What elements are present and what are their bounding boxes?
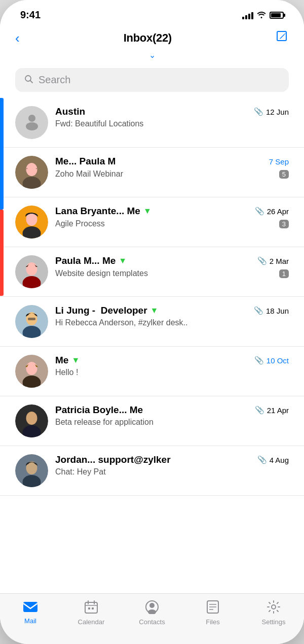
files-icon (206, 600, 219, 616)
email-sender: Patricia Boyle... Me (55, 404, 143, 416)
search-container: Search (0, 64, 304, 98)
email-content: Me ▼ 📎 10 Oct Hello ! (55, 355, 289, 377)
search-icon (24, 75, 33, 86)
email-meta: 📎 26 Apr (255, 207, 289, 216)
email-content: Paula M... Me ▼ 📎 2 Mar Website design t… (55, 255, 289, 278)
email-item[interactable]: Li Jung - Developer ▼ 📎 18 Jun Hi Rebecc… (0, 297, 304, 347)
email-date: 10 Oct (267, 356, 289, 365)
email-sender: Paula M... Me ▼ (55, 255, 127, 266)
svg-rect-35 (85, 602, 97, 613)
email-item[interactable]: Jordan... support@zylker 📎 4 Aug Chat: H… (0, 446, 304, 496)
attachment-icon: 📎 (254, 356, 264, 365)
bottom-row: Website design templates 1 (55, 268, 289, 278)
svg-point-3 (28, 115, 35, 122)
email-top-row: Li Jung - Developer ▼ 📎 18 Jun (55, 305, 289, 316)
svg-point-29 (27, 413, 36, 424)
email-subject: Beta release for application (55, 418, 154, 426)
avatar (15, 106, 48, 139)
status-time: 9:41 (20, 9, 41, 21)
search-bar[interactable]: Search (15, 68, 289, 92)
email-list: Austin 📎 12 Jun Fwd: Beautiful Locations (0, 98, 304, 547)
bottom-row: Agile Process 3 (55, 219, 289, 228)
svg-point-8 (27, 164, 36, 175)
svg-point-12 (27, 214, 36, 225)
email-item[interactable]: Me... Paula M 7 Sep Zoho Mail Webinar 5 (0, 148, 304, 197)
mail-icon (23, 600, 38, 615)
svg-rect-39 (88, 607, 90, 609)
status-icons (242, 10, 284, 20)
avatar (15, 255, 48, 288)
svg-line-2 (30, 80, 33, 83)
nav-contacts-label: Contacts (139, 618, 165, 626)
nav-files-label: Files (206, 618, 219, 626)
attachment-icon: 📎 (254, 107, 263, 116)
flag-icon: ▼ (143, 207, 151, 216)
email-meta: 📎 4 Aug (257, 455, 289, 464)
thread-count-badge: 3 (279, 220, 289, 228)
svg-point-16 (27, 263, 36, 275)
svg-rect-0 (277, 31, 286, 41)
attachment-icon: 📎 (255, 405, 264, 415)
attachment-icon: 📎 (257, 455, 267, 464)
attachment-icon: 📎 (257, 256, 267, 265)
nav-calendar[interactable]: Calendar (61, 600, 122, 626)
compose-button[interactable] (276, 30, 289, 46)
bottom-row: Zoho Mail Webinar 5 (55, 169, 289, 179)
contacts-icon (145, 600, 159, 616)
flag-icon: ▼ (71, 356, 80, 365)
email-item[interactable]: Patricia Boyle... Me 📎 21 Apr Beta relea… (0, 396, 304, 446)
email-top-row: Patricia Boyle... Me 📎 21 Apr (55, 404, 289, 416)
email-meta: 📎 2 Mar (257, 256, 289, 265)
email-sender: Jordan... support@zylker (55, 454, 171, 465)
nav-settings[interactable]: Settings (243, 600, 304, 626)
search-placeholder-text: Search (39, 74, 70, 86)
svg-point-48 (272, 605, 276, 609)
avatar (15, 156, 48, 189)
email-item[interactable]: Austin 📎 12 Jun Fwd: Beautiful Locations (0, 98, 304, 148)
email-top-row: Austin 📎 12 Jun (55, 106, 289, 117)
back-button[interactable]: ‹ (15, 30, 20, 46)
email-date: 12 Jun (266, 108, 289, 116)
email-date: 4 Aug (270, 456, 289, 464)
attachment-icon: 📎 (254, 306, 263, 315)
email-content: Patricia Boyle... Me 📎 21 Apr Beta relea… (55, 404, 289, 427)
nav-contacts[interactable]: Contacts (122, 600, 182, 626)
email-date: 21 Apr (267, 406, 289, 415)
calendar-icon (84, 600, 98, 616)
email-top-row: Me... Paula M 7 Sep (55, 156, 289, 167)
unread-indicator-red (0, 210, 4, 296)
avatar (15, 305, 48, 338)
email-top-row: Me ▼ 📎 10 Oct (55, 355, 289, 366)
avatar (15, 355, 48, 388)
email-date: 18 Jun (266, 307, 289, 315)
email-item[interactable]: Lana Bryante... Me ▼ 📎 26 Apr Agile Proc… (0, 197, 304, 247)
svg-point-42 (149, 603, 155, 608)
nav-mail-label: Mail (24, 617, 36, 625)
inbox-dropdown[interactable]: ⌄ (0, 48, 304, 64)
email-content: Austin 📎 12 Jun Fwd: Beautiful Locations (55, 106, 289, 128)
email-content: Li Jung - Developer ▼ 📎 18 Jun Hi Rebecc… (55, 305, 289, 327)
avatar (15, 454, 48, 487)
email-top-row: Lana Bryante... Me ▼ 📎 26 Apr (55, 206, 289, 217)
svg-rect-40 (92, 607, 94, 609)
email-top-row: Jordan... support@zylker 📎 4 Aug (55, 454, 289, 465)
email-meta: 📎 12 Jun (254, 107, 289, 116)
unread-indicator-blue (0, 98, 4, 210)
email-subject: Zoho Mail Webinar (55, 170, 123, 179)
email-sender: Me... Paula M (55, 156, 116, 167)
phone-frame: 9:41 ‹ Inbox(22) (0, 0, 304, 644)
email-meta: 📎 10 Oct (254, 356, 289, 365)
thread-count-badge: 5 (279, 170, 289, 179)
svg-point-4 (26, 122, 38, 130)
email-sender: Austin (55, 106, 85, 117)
svg-point-25 (27, 363, 36, 374)
email-content: Me... Paula M 7 Sep Zoho Mail Webinar 5 (55, 156, 289, 179)
email-item[interactable]: Paula M... Me ▼ 📎 2 Mar Website design t… (0, 247, 304, 297)
email-subject: Website design templates (55, 269, 148, 278)
nav-files[interactable]: Files (182, 600, 243, 626)
email-item[interactable]: Me ▼ 📎 10 Oct Hello ! (0, 347, 304, 396)
email-top-row: Paula M... Me ▼ 📎 2 Mar (55, 255, 289, 266)
email-subject: Agile Process (55, 219, 105, 228)
svg-rect-34 (23, 602, 37, 612)
nav-mail[interactable]: Mail (0, 600, 61, 625)
